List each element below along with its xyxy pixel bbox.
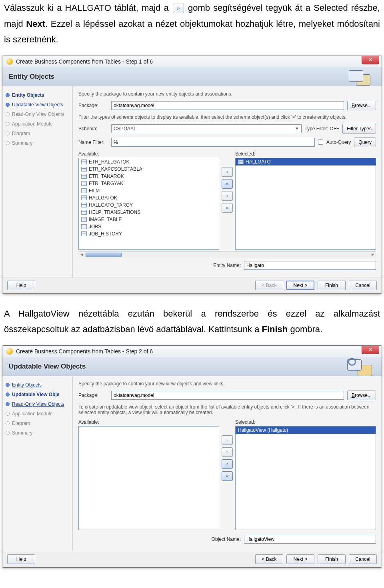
selected-label-2: Selected: [235, 419, 376, 425]
nav-diagram-2: Diagram [5, 419, 70, 428]
name-filter-input[interactable] [111, 138, 315, 147]
dialog-title: Create Business Components from Tables -… [16, 58, 153, 65]
shuttle-add-button[interactable]: › [222, 167, 233, 177]
titlebar: Create Business Components from Tables -… [2, 56, 382, 67]
shuttle-add-all-button-2: » [222, 447, 233, 457]
nav-diagram: Diagram [5, 129, 70, 138]
banner-deco-icon [338, 70, 374, 89]
browse-button[interactable]: BBrowse...rowse... [347, 101, 376, 110]
available-label: Available: [78, 151, 219, 157]
close-button[interactable]: ✕ [362, 56, 379, 64]
p2b: gombra. [290, 324, 322, 334]
finish-button-2[interactable]: Finish [318, 554, 346, 564]
hint-create-2: To create an updatable view object, sele… [78, 404, 376, 415]
wizard-dialog-2: Create Business Components from Tables -… [2, 345, 382, 568]
nav-app-module-2: Application Module [5, 409, 70, 419]
banner-title-2: Updatable View Objects [9, 363, 375, 371]
hint-package: Specify the package to contain your new … [78, 91, 376, 97]
nav-readonly-view-2[interactable]: Read-Only View Objects [5, 399, 70, 409]
banner-deco-icon-2 [338, 359, 374, 379]
shuttle-remove-button-2[interactable]: ‹ [222, 459, 233, 469]
p2a: A HallgatoView nézettábla ezután bekerül… [4, 309, 380, 335]
cancel-button-2[interactable]: Cancel [349, 554, 377, 564]
filter-types-button[interactable]: Filter Types [342, 124, 376, 134]
package-label: Package: [78, 103, 108, 108]
banner: Entity Objects [2, 67, 382, 86]
doc-paragraph-1: Válasszuk ki a HALLGATO táblát, majd a »… [0, 0, 384, 56]
nav-summary: Summary [5, 138, 70, 148]
app-icon [6, 58, 13, 65]
selected-label: Selected: [235, 151, 376, 157]
selected-list[interactable]: HALLGATO [235, 158, 376, 250]
type-filter-label: Type Filter: OFF [305, 126, 340, 132]
package-input[interactable] [111, 101, 344, 110]
nav-entity-objects[interactable]: Entity Objects [5, 90, 70, 100]
p1-next: Next [26, 19, 45, 29]
dialog-title-2: Create Business Components from Tables -… [16, 348, 153, 355]
back-button-2[interactable]: < Back [255, 554, 283, 564]
nav-entity-objects-2[interactable]: Entity Objects [5, 380, 70, 390]
hint-filter: Filter the types of schema objects to di… [78, 114, 376, 120]
cancel-button[interactable]: Cancel [349, 281, 377, 290]
back-button: < Back [255, 281, 283, 290]
wizard-nav: Entity Objects Updatable View Objects Re… [2, 86, 73, 277]
app-icon [6, 348, 13, 355]
nav-app-module: Application Module [5, 119, 70, 129]
available-list-2[interactable] [78, 426, 219, 530]
next-button[interactable]: Next > [286, 281, 314, 290]
finish-button[interactable]: Finish [318, 281, 346, 290]
schema-label: Schema: [78, 126, 108, 132]
p1c: . Ezzel a lépéssel azokat a nézet objekt… [4, 19, 380, 45]
titlebar-2: Create Business Components from Tables -… [2, 346, 382, 357]
query-button[interactable]: Query [354, 138, 376, 147]
banner-2: Updatable View Objects [2, 357, 382, 376]
selected-list-2[interactable]: HallgatoView (Hallgato) [235, 426, 376, 530]
schema-combo[interactable]: CSPOAAI▼ [111, 124, 302, 133]
object-name-label: Object Name: [212, 536, 241, 542]
shuttle-add-all-icon: » [173, 4, 184, 13]
hint-package-2: Specify the package to contain your new … [78, 381, 376, 387]
wizard-nav-2: Entity Objects Updatable View Obje Read-… [2, 376, 73, 551]
available-list[interactable]: ETR_HALLGATOK ETR_KAPCSOLOTABLA ETR_TANA… [78, 158, 219, 250]
h-scrollbar[interactable]: ◄► [78, 251, 376, 258]
close-button-2[interactable]: ✕ [362, 345, 379, 354]
shuttle-remove-all-button-2[interactable]: « [222, 471, 233, 481]
wizard-dialog-1: Create Business Components from Tables -… [2, 56, 382, 294]
p2-finish: Finish [262, 324, 288, 334]
help-button-2[interactable]: Help [7, 554, 35, 564]
auto-query-checkbox[interactable] [318, 140, 323, 145]
name-filter-label: Name Filter: [78, 140, 108, 145]
help-button[interactable]: Help [7, 281, 35, 290]
nav-summary-2: Summary [5, 428, 70, 438]
package-input-2[interactable] [111, 391, 344, 400]
shuttle-add-all-button[interactable]: » [222, 179, 233, 189]
doc-paragraph-2: A HallgatoView nézettábla ezután bekerül… [0, 306, 384, 345]
next-button-2[interactable]: Next > [286, 554, 314, 564]
browse-button-2[interactable]: Browse... [347, 391, 376, 400]
nav-readonly-view: Read-Only View Objects [5, 110, 70, 119]
banner-title: Entity Objects [9, 73, 375, 81]
object-name-input[interactable] [244, 535, 376, 544]
shuttle-remove-all-button[interactable]: « [222, 203, 233, 213]
p1a: Válasszuk ki a HALLGATO táblát, majd a [4, 3, 169, 13]
shuttle-buttons-2: › » ‹ « [222, 419, 233, 481]
available-label-2: Available: [78, 419, 219, 425]
shuttle-remove-button[interactable]: ‹ [222, 191, 233, 201]
package-label-2: Package: [78, 393, 108, 398]
auto-query-label: Auto-Query [326, 140, 351, 145]
shuttle-buttons: › » ‹ « [222, 151, 233, 213]
nav-updatable-view-2[interactable]: Updatable View Obje [5, 390, 70, 399]
shuttle-add-button-2: › [222, 435, 233, 445]
nav-updatable-view[interactable]: Updatable View Objects [5, 100, 70, 110]
entity-name-label: Entity Name: [213, 263, 241, 268]
entity-name-input[interactable] [244, 261, 376, 270]
